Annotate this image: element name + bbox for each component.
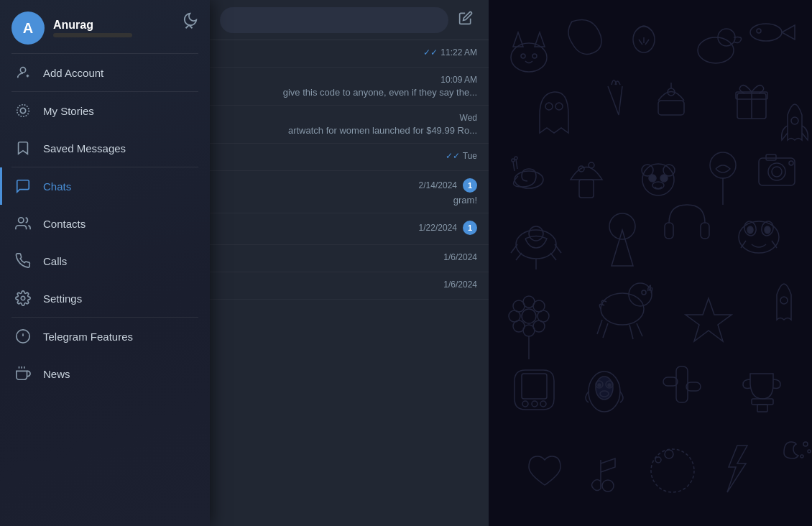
chat-time: 1/6/2024 <box>443 252 477 262</box>
svg-point-102 <box>20 68 25 73</box>
chat-item[interactable]: ✓✓11:22 AM <box>208 40 489 68</box>
svg-point-106 <box>17 105 29 117</box>
add-account-icon <box>14 64 32 81</box>
svg-point-57 <box>765 226 770 234</box>
sidebar-item-telegram-features[interactable]: Telegram Features <box>0 318 210 355</box>
chat-preview: artwatch for women launched for $49.99 R… <box>220 125 477 136</box>
svg-point-105 <box>20 108 25 113</box>
add-account-label: Add Account <box>43 67 103 79</box>
sidebar-item-calls[interactable]: Calls <box>0 242 210 280</box>
chat-item[interactable]: 1/6/2024 <box>208 272 489 300</box>
chat-time: Wed <box>460 113 477 123</box>
sidebar-item-contacts[interactable]: Contacts <box>0 205 210 242</box>
telegram-features-label: Telegram Features <box>43 331 133 343</box>
features-icon <box>14 328 32 345</box>
svg-point-107 <box>19 218 24 223</box>
chat-item[interactable]: 2/14/20241gram! <box>208 171 489 213</box>
sidebar-menu: A Anurag Add Account <box>0 0 210 526</box>
sidebar-item-news[interactable]: News <box>0 355 210 392</box>
avatar[interactable]: A <box>11 11 45 45</box>
svg-point-33 <box>649 175 656 182</box>
chat-time: 11:22 AM <box>440 47 477 57</box>
unread-badge: 1 <box>463 178 477 193</box>
chat-item[interactable]: 1/6/2024 <box>208 245 489 272</box>
right-panel <box>486 0 812 526</box>
chat-time: 1/6/2024 <box>443 280 477 290</box>
news-label: News <box>43 368 70 380</box>
chats-label: Chats <box>43 180 71 193</box>
calls-label: Calls <box>43 255 67 267</box>
chat-time: 1/22/2024 <box>419 223 457 233</box>
user-phone <box>53 33 132 37</box>
stories-icon <box>14 102 32 119</box>
sidebar-item-my-stories[interactable]: My Stories <box>0 92 210 129</box>
my-stories-label: My Stories <box>43 105 94 117</box>
sidebar-item-settings[interactable]: Settings <box>0 280 210 317</box>
chat-time: 10:09 AM <box>440 75 477 85</box>
unread-badge: 1 <box>463 221 477 235</box>
news-icon <box>14 365 32 382</box>
saved-messages-label: Saved Messages <box>43 142 126 154</box>
calls-icon <box>14 252 32 269</box>
svg-point-88 <box>608 384 611 387</box>
user-info: Anurag <box>53 19 180 37</box>
svg-rect-0 <box>486 0 812 526</box>
sidebar-item-add-account[interactable]: Add Account <box>0 54 210 91</box>
svg-point-34 <box>660 175 668 182</box>
chat-preview: gram! <box>220 195 477 206</box>
chat-item[interactable]: ✓✓Tue <box>208 144 489 171</box>
chat-time: Tue <box>463 151 477 161</box>
chat-item[interactable]: Wedartwatch for women launched for $49.9… <box>208 106 489 144</box>
svg-point-56 <box>747 226 753 234</box>
sidebar-header: A Anurag <box>0 0 210 53</box>
chats-icon <box>14 177 32 195</box>
settings-icon <box>14 290 32 307</box>
chat-item[interactable]: 10:09 AMgive this code to anyone, even i… <box>208 68 489 106</box>
collapse-button[interactable] <box>180 17 198 40</box>
sidebar-item-saved-messages[interactable]: Saved Messages <box>0 129 210 167</box>
chat-item[interactable]: 1/22/20241 <box>208 213 489 245</box>
settings-label: Settings <box>43 292 82 305</box>
chat-preview: give this code to anyone, even if they s… <box>220 87 477 98</box>
svg-point-108 <box>21 296 25 300</box>
search-bar[interactable] <box>220 7 448 33</box>
chat-time: 2/14/2024 <box>419 180 457 190</box>
bookmark-icon <box>14 139 32 157</box>
compose-button[interactable] <box>454 6 477 33</box>
contacts-icon <box>14 215 32 232</box>
sidebar-item-chats[interactable]: Chats <box>0 167 210 205</box>
contacts-label: Contacts <box>43 218 86 230</box>
svg-point-87 <box>598 384 601 387</box>
username: Anurag <box>53 19 180 32</box>
